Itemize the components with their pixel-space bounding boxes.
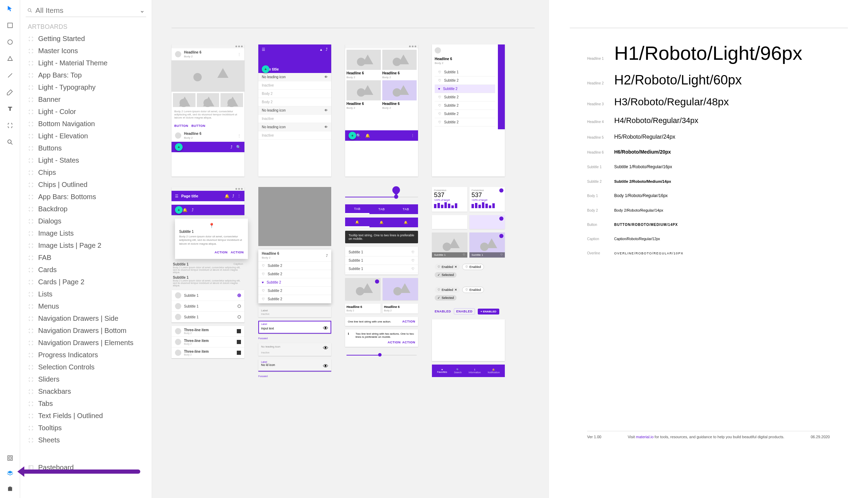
notification-icon[interactable]: 🔔 [225,194,229,198]
search-icon[interactable]: 🔍 [236,145,241,149]
artboard-item[interactable]: Text Fields | Outlined [26,410,146,422]
assets-panel-icon[interactable] [6,454,14,462]
artboard-item[interactable]: Menus [26,300,146,312]
artboard-item[interactable]: Light - Color [26,106,146,118]
text-tool-icon[interactable] [6,105,14,113]
dialog-action-1[interactable]: ACTION [215,251,228,254]
checkbox-icon[interactable] [237,340,241,344]
artboard-item[interactable]: FAB [26,252,146,264]
snack-action[interactable]: ACTION [402,320,416,323]
artboard-item[interactable]: App Bars: Top [26,69,146,81]
artboard-item[interactable]: Lists [26,288,146,300]
tab-1[interactable]: TAB [345,204,369,214]
checkbox-icon[interactable] [237,351,241,355]
more-icon[interactable]: ⋮ [411,133,415,138]
text-button[interactable]: ENABLED [435,310,451,313]
artboard-item[interactable]: Image Lists [26,227,146,239]
checkbox-icon[interactable] [237,329,241,333]
more-icon[interactable]: ⋮ [237,194,241,198]
radio-icon[interactable] [237,304,241,308]
search-input[interactable] [35,6,137,15]
artboard-item[interactable]: Navigation Drawers | Bottom [26,325,146,337]
heart-icon[interactable]: ♡ [262,264,265,268]
share-icon[interactable]: ⤴ [231,145,233,149]
artboard-item[interactable]: Selection Controls [26,361,146,373]
outlined-button[interactable]: ENABLED [454,308,475,315]
heart-icon[interactable]: ♥ [438,87,440,91]
artboard-item[interactable]: Sheets [26,434,146,446]
eye-icon[interactable]: 👁 [323,325,328,332]
button-2[interactable]: BUTTON [191,124,205,128]
share-icon[interactable]: ⤴ [326,47,328,52]
artboard-item[interactable]: Light - Elevation [26,130,146,142]
eye-icon[interactable]: 👁 [324,75,328,79]
artboard-cluster-sheet[interactable]: Headline 6Body 2⤴ ♡Subtitle 2 ♡Subtitle … [258,187,331,377]
libraries-panel-icon[interactable] [6,485,14,492]
bottom-nav[interactable]: ♥Favorites 🔍Search ℹInformation 🔔Notific… [432,365,505,377]
design-canvas[interactable]: Headline 6Body 2⋮ Body 2 Lorem ipsum dol… [152,0,549,498]
tab-3[interactable]: TAB [394,204,418,214]
artboard-item[interactable]: Chips | Outlined [26,179,146,191]
search-row[interactable]: ⌄ [26,5,146,17]
heart-icon[interactable]: ♡ [438,95,441,99]
artboard-item[interactable]: Light - Typography [26,81,146,93]
line-tool-icon[interactable] [6,72,14,79]
artboard-item[interactable]: Getting Started [26,33,146,45]
polygon-tool-icon[interactable] [6,55,14,63]
heart-icon[interactable]: ♡ [438,79,441,82]
artboard-item[interactable]: Snackbars [26,385,146,398]
artboard-item[interactable]: Image Lists | Page 2 [26,239,146,252]
ellipse-tool-icon[interactable] [6,38,14,46]
artboard-item[interactable]: Banner [26,93,146,106]
artboard-subtitle-list[interactable]: Headline 6 Body 2 ♡Subtitle 1 ♡Subtitle … [432,44,505,177]
chip-enabled[interactable]: ♡ Enabled ✕ [435,264,460,270]
bottomnav-search[interactable]: 🔍Search [454,368,462,374]
heart-icon[interactable]: ♡ [438,104,441,107]
artboard-item[interactable]: Light - States [26,154,146,166]
artboard-item[interactable]: Progress Indicators [26,349,146,361]
heart-icon[interactable]: ♡ [500,253,503,256]
menu-icon[interactable]: ☰ [175,145,178,149]
heart-icon[interactable]: ♡ [438,120,441,124]
artboard-item[interactable]: Master Icons [26,45,146,57]
artboard-item[interactable]: Navigation Drawers | Elements [26,337,146,349]
select-tool-icon[interactable] [6,5,14,13]
contained-button[interactable]: + ENABLED [478,309,499,315]
bottomnav-notification[interactable]: 🔔Notification [487,368,500,374]
chip-selected[interactable]: ✓ Selected [435,272,457,278]
eye-icon[interactable]: 👁 [323,363,328,369]
chip-enabled[interactable]: ♡ Enabled ✕ [435,287,460,293]
artboard-tool-icon[interactable] [6,122,14,129]
slider-thumb[interactable] [378,353,382,357]
artboard-backdrop[interactable]: ☰▴⤴ Page title No leading icon👁 Inactive… [258,44,331,177]
notification-icon[interactable]: 🔔 [365,133,370,138]
tabs[interactable]: TABTABTAB [345,204,418,214]
artboard-item[interactable]: Light - Material Theme [26,57,146,69]
heart-icon[interactable]: ♡ [411,250,415,254]
notification-icon[interactable]: ▴ [320,47,322,52]
eye-icon[interactable]: 👁 [324,125,328,129]
tabs-icon[interactable]: 🔔🔔🔔 [345,218,418,227]
heart-icon[interactable]: ♡ [438,112,441,116]
chip-enabled-out[interactable]: ♡ Enabled [462,264,484,270]
artboard-item[interactable]: Chips [26,166,146,179]
chip-enabled-out[interactable]: ♡ Enabled [462,287,484,293]
zoom-tool-icon[interactable] [6,138,14,146]
artboard-item[interactable]: Bottom Navigation [26,118,146,130]
typography-artboard[interactable]: Headline 1H1/Roboto/Light/96pxHeadline 2… [549,0,868,498]
heart-icon[interactable]: ♥ [262,280,264,284]
share-icon[interactable]: ⤴ [232,194,234,198]
artboard-item[interactable]: Navigation Drawers | Side [26,312,146,325]
share-icon[interactable]: ⤴ [326,254,328,258]
material-link[interactable]: material.io [636,435,654,439]
artboard-item[interactable]: Backdrop [26,203,146,215]
heart-icon[interactable]: ♡ [463,253,465,256]
tab-icon-2[interactable]: 🔔 [369,218,394,227]
heart-icon[interactable]: ♡ [262,289,265,293]
heart-icon[interactable]: ♡ [411,259,415,262]
heart-icon[interactable]: ♡ [262,297,265,301]
button-1[interactable]: BUTTON [174,124,188,128]
heart-icon[interactable]: ♡ [262,272,265,276]
chip-selected[interactable]: ✓ Selected [435,295,457,301]
artboard-cluster-chips[interactable]: Conversion537+22% of target Conversion53… [432,187,505,377]
